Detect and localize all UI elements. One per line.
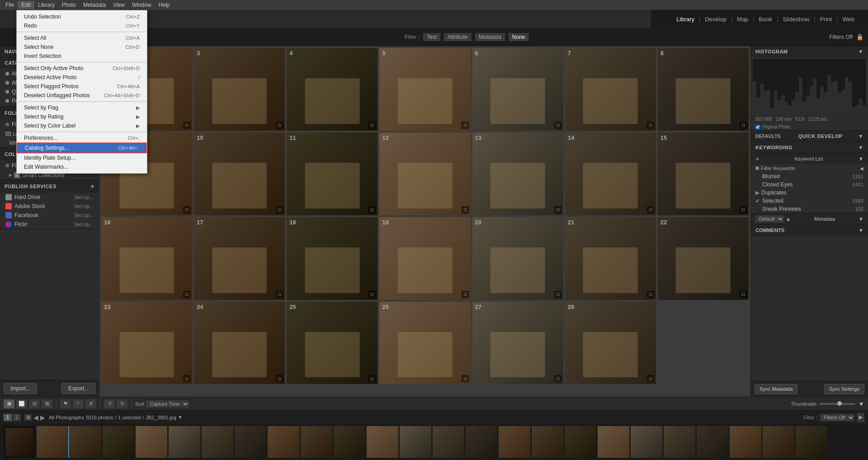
- menu-deselect-active[interactable]: Deselect Active Photo /: [17, 73, 147, 82]
- filmstrip-thumb-18[interactable]: [631, 426, 662, 458]
- menu-preferences[interactable]: Preferences... Ctrl+,: [17, 133, 147, 142]
- filmstrip-main-thumb[interactable]: [4, 426, 35, 458]
- photo-cell-10[interactable]: 10⊡: [194, 133, 285, 215]
- publish-flickr-setup[interactable]: Set Up...: [74, 222, 94, 227]
- reject-btn[interactable]: ✗: [85, 399, 96, 408]
- filter-metadata-btn[interactable]: Metadata: [475, 33, 505, 41]
- publish-facebook-setup[interactable]: Set Up...: [74, 213, 94, 218]
- film-next-btn[interactable]: ▶: [40, 414, 45, 421]
- module-develop[interactable]: Develop: [700, 14, 731, 24]
- filmstrip-thumb-23[interactable]: [796, 426, 827, 458]
- metadata-preset-select[interactable]: Default: [755, 215, 784, 223]
- photo-cell-15[interactable]: 15⊡: [658, 133, 749, 215]
- photo-cell-22[interactable]: 22⊡: [658, 217, 749, 300]
- photo-cell-12[interactable]: 12⊡: [379, 133, 470, 215]
- filmstrip-thumb-15[interactable]: [532, 426, 563, 458]
- keyword-list-add-icon[interactable]: +: [755, 155, 759, 162]
- menu-select-by-rating[interactable]: Select by Rating ▶: [17, 112, 147, 121]
- filmstrip-dropdown-icon[interactable]: ▼: [178, 415, 183, 420]
- menu-metadata[interactable]: Metadata: [80, 1, 109, 9]
- publish-adobe-stock[interactable]: Adobe Stock Set Up...: [0, 202, 99, 211]
- menu-file[interactable]: File: [2, 1, 18, 9]
- menu-undo[interactable]: Undo Selection Ctrl+Z: [17, 12, 147, 21]
- filter-attribute-btn[interactable]: Attribute: [444, 33, 472, 41]
- photo-cell-23[interactable]: 23⊡: [101, 302, 192, 384]
- photo-cell-16[interactable]: 16⊡: [101, 217, 192, 300]
- filmstrip-thumb-8[interactable]: [301, 426, 332, 458]
- photo-cell-6[interactable]: 6⊡: [472, 48, 563, 131]
- menu-select-flagged[interactable]: Select Flagged Photos Ctrl+Alt+A: [17, 82, 147, 91]
- menu-view[interactable]: View: [109, 1, 128, 9]
- menu-window[interactable]: Window: [128, 1, 155, 9]
- publish-facebook[interactable]: Facebook Set Up...: [0, 211, 99, 220]
- filmstrip-thumb-22[interactable]: [763, 426, 794, 458]
- photo-cell-21[interactable]: 21⊡: [565, 217, 656, 300]
- filmstrip-thumb-6[interactable]: [235, 426, 266, 458]
- photo-cell-14[interactable]: 14⊡: [565, 133, 656, 215]
- filmstrip-filter-expand-btn[interactable]: ▶: [857, 413, 864, 422]
- menu-select-by-color[interactable]: Select by Color Label ▶: [17, 121, 147, 130]
- photo-cell-25[interactable]: 25⊡: [287, 302, 377, 384]
- module-map[interactable]: Map: [732, 14, 753, 24]
- filmstrip-thumb-20[interactable]: [697, 426, 728, 458]
- filmstrip-thumb-2[interactable]: [103, 426, 134, 458]
- sync-metadata-button[interactable]: Sync Metadata: [755, 384, 797, 394]
- keywording-header[interactable]: Keywording ▼: [751, 142, 868, 153]
- photo-cell-7[interactable]: 7⊡: [565, 48, 656, 131]
- filmstrip-thumb-5[interactable]: [202, 426, 233, 458]
- grid-view-btn[interactable]: ⊞: [4, 399, 14, 408]
- photo-cell-18[interactable]: 18⊡: [287, 217, 377, 300]
- photo-cell-26[interactable]: 26⊡: [379, 302, 470, 384]
- filmstrip-filter-select[interactable]: Filters Off Flagged Rated: [820, 414, 854, 421]
- publish-stock-setup[interactable]: Set Up...: [74, 204, 94, 209]
- filmstrip-thumb-16[interactable]: [565, 426, 596, 458]
- keyword-selected[interactable]: ✓ Selected 1583: [751, 197, 868, 205]
- menu-deselect-unflagged[interactable]: Deselect Unflagged Photos Ctrl+Alt+Shift…: [17, 91, 147, 100]
- filter-text-btn[interactable]: Text: [423, 33, 440, 41]
- photo-cell-11[interactable]: 11⊡: [287, 133, 377, 215]
- keyword-duplicates[interactable]: ▶ Duplicates: [751, 189, 868, 197]
- keyword-list-header[interactable]: + Keyword List ▼: [751, 153, 868, 164]
- import-button[interactable]: Import...: [4, 383, 37, 394]
- photo-cell-17[interactable]: 17⊡: [194, 217, 285, 300]
- flag-btn[interactable]: ⚑: [60, 399, 71, 408]
- filmstrip-thumb-13[interactable]: [466, 426, 497, 458]
- menu-edit-watermarks[interactable]: Edit Watermarks...: [17, 162, 147, 171]
- comments-header[interactable]: Comments ▼: [751, 225, 868, 236]
- photo-cell-8[interactable]: 8⊡: [658, 48, 749, 131]
- photo-cell-4[interactable]: 4⊡: [287, 48, 377, 131]
- menu-edit[interactable]: Edit: [18, 1, 34, 9]
- histogram-header[interactable]: Histogram ▼: [751, 46, 868, 57]
- rotate-cw-btn[interactable]: ↻: [117, 399, 127, 408]
- menu-help[interactable]: Help: [155, 1, 174, 9]
- lock-icon[interactable]: 🔒: [856, 33, 863, 40]
- photo-cell-28[interactable]: 28⊡: [565, 302, 656, 384]
- metadata-header[interactable]: Default ▲ Metadata ▼: [751, 213, 868, 224]
- page-btn-2[interactable]: 2: [13, 414, 21, 421]
- filmstrip-thumb-3[interactable]: [136, 426, 167, 458]
- filmstrip-thumb-10[interactable]: [367, 426, 398, 458]
- original-photo-checkbox[interactable]: [755, 125, 760, 129]
- sort-select[interactable]: Capture Time Edit Time File Name Rating: [146, 400, 189, 408]
- quick-develop-header[interactable]: Defaults Quick Develop ▼: [751, 131, 868, 142]
- filmstrip-thumb-12[interactable]: [433, 426, 464, 458]
- module-slideshow[interactable]: Slideshow: [778, 14, 814, 24]
- menu-select-all[interactable]: Select All Ctrl+A: [17, 33, 147, 43]
- compare-view-btn[interactable]: ⊟: [29, 399, 40, 408]
- menu-invert-selection[interactable]: Invert Selection: [17, 52, 147, 61]
- menu-identity-plate[interactable]: Identity Plate Setup...: [17, 153, 147, 162]
- thumbnails-slider-track[interactable]: [819, 403, 855, 405]
- menu-select-none[interactable]: Select None Ctrl+D: [17, 43, 147, 52]
- loupe-view-btn[interactable]: ⬜: [16, 399, 27, 408]
- filmstrip-thumb-11[interactable]: [400, 426, 431, 458]
- menu-library[interactable]: Library: [34, 1, 58, 9]
- filmstrip-thumb-4[interactable]: [169, 426, 200, 458]
- publish-services-add-icon[interactable]: +: [90, 183, 94, 190]
- sync-settings-button[interactable]: Sync Settings: [824, 384, 864, 394]
- filmstrip-thumb-1[interactable]: [70, 426, 101, 458]
- filmstrip-thumb-14[interactable]: [499, 426, 530, 458]
- module-web[interactable]: Web: [838, 14, 859, 24]
- unflag-btn[interactable]: ⚐: [73, 399, 84, 408]
- publish-services-header[interactable]: Publish Services +: [0, 180, 99, 193]
- film-prev-btn[interactable]: ◀: [33, 414, 38, 421]
